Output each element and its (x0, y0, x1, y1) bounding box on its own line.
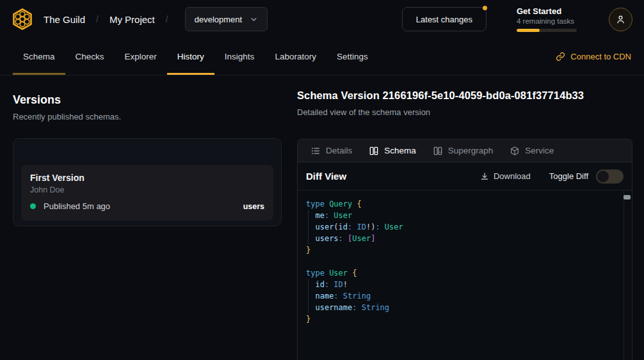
diff-toolbar: Diff View Download Toggle Diff (298, 162, 632, 191)
detail-tabbar: Details Schema Supergraph Service (298, 139, 632, 162)
code-content: type Query { me: User user(id: ID!): Use… (306, 198, 616, 325)
tab-service-label: Service (525, 146, 554, 155)
tab-supergraph[interactable]: Supergraph (424, 139, 502, 162)
page-title: Schema Version 2166196f-5e10-4059-bd0a-0… (297, 90, 632, 102)
app-header: The Guild / My Project / development Lat… (0, 0, 644, 38)
tab-details[interactable]: Details (302, 139, 360, 162)
get-started-widget[interactable]: Get Started 4 remaining tasks (517, 6, 577, 32)
version-name: First Version (30, 173, 264, 183)
user-avatar[interactable] (609, 8, 632, 31)
versions-subtitle: Recently published schemas. (13, 112, 282, 121)
chevron-down-icon (250, 15, 258, 24)
connect-to-cdn-link[interactable]: Connect to CDN (556, 52, 631, 61)
connect-to-cdn-label: Connect to CDN (570, 52, 631, 61)
breadcrumb-separator: / (166, 14, 168, 24)
get-started-title: Get Started (517, 6, 577, 16)
indent-guide (308, 279, 309, 313)
version-detail-card: Details Schema Supergraph Service Diff V… (297, 139, 632, 360)
versions-panel: Versions Recently published schemas. Fir… (13, 93, 282, 226)
tab-details-label: Details (326, 146, 352, 155)
diff-view-title: Diff View (306, 171, 346, 182)
toggle-diff-switch[interactable] (596, 169, 624, 184)
scrollbar-thumb[interactable] (624, 195, 631, 200)
version-author: John Doe (30, 185, 264, 194)
indent-guide (308, 210, 309, 244)
get-started-subtitle: 4 remaining tasks (517, 17, 577, 25)
breadcrumb-separator: / (96, 14, 99, 24)
columns-icon (433, 146, 443, 156)
tab-service[interactable]: Service (501, 139, 562, 162)
download-label: Download (494, 171, 531, 181)
tab-explorer[interactable]: Explorer (115, 38, 167, 75)
download-button[interactable]: Download (480, 171, 531, 181)
tab-schema-view[interactable]: Schema (360, 139, 424, 162)
version-list-item[interactable]: First Version John Doe Published 5m ago … (21, 165, 273, 221)
schema-code-viewer[interactable]: type Query { me: User user(id: ID!): Use… (298, 191, 632, 360)
toggle-diff-label: Toggle Diff (549, 171, 588, 181)
scrollbar-track (624, 191, 624, 360)
versions-card: First Version John Doe Published 5m ago … (13, 138, 282, 226)
get-started-progress-fill (517, 29, 540, 32)
tab-schema[interactable]: Schema (13, 38, 65, 75)
switch-knob (597, 171, 609, 182)
service-badge: users (243, 202, 264, 211)
tab-settings[interactable]: Settings (326, 38, 378, 75)
versions-title: Versions (13, 93, 282, 107)
tab-insights[interactable]: Insights (214, 38, 265, 75)
version-detail-header: Schema Version 2166196f-5e10-4059-bd0a-0… (297, 90, 632, 117)
tab-schema-view-label: Schema (384, 146, 416, 155)
tab-checks[interactable]: Checks (65, 38, 115, 75)
published-status-dot (30, 203, 36, 209)
latest-changes-button[interactable]: Latest changes (402, 7, 487, 31)
columns-icon (369, 146, 379, 156)
tab-supergraph-label: Supergraph (448, 146, 494, 155)
box-icon (510, 146, 520, 156)
version-status: Published 5m ago (44, 201, 110, 211)
breadcrumb-project[interactable]: My Project (109, 14, 155, 25)
latest-changes-label: Latest changes (416, 15, 472, 24)
target-selector-dropdown[interactable]: development (185, 7, 268, 31)
list-icon (310, 146, 321, 156)
person-icon (615, 14, 626, 25)
main-nav: Schema Checks Explorer History Insights … (0, 38, 644, 75)
download-icon (480, 172, 489, 181)
get-started-progressbar (517, 29, 577, 32)
target-selector-value: development (195, 15, 242, 24)
hive-logo-icon[interactable] (10, 7, 35, 31)
tab-laboratory[interactable]: Laboratory (264, 38, 326, 75)
link-icon (556, 52, 565, 61)
notification-dot (483, 6, 487, 10)
breadcrumb-org[interactable]: The Guild (44, 14, 85, 25)
page-subtitle: Detailed view of the schema version (297, 107, 632, 117)
tab-history[interactable]: History (167, 38, 214, 75)
